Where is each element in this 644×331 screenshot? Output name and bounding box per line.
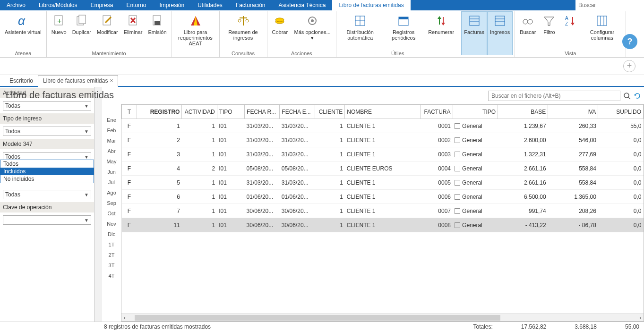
scroll-right-icon[interactable]: › [637, 314, 644, 321]
horizontal-scrollbar[interactable]: ‹ › [121, 314, 644, 321]
cell-t: F [122, 119, 137, 133]
dropdown-option[interactable]: No incluidos [0, 175, 94, 183]
col-actividad[interactable]: ACTIVIDAD [182, 105, 217, 119]
add-circle-button[interactable]: + [623, 60, 635, 72]
menu-facturacion[interactable]: Facturación [229, 0, 272, 10]
table-row[interactable]: F51I0131/03/20...31/03/20...1CLIENTE 100… [122, 176, 644, 190]
month-item[interactable]: 3T [109, 263, 115, 268]
month-item[interactable]: 4T [109, 273, 115, 279]
month-item[interactable]: 1T [109, 242, 115, 247]
cell-nom: CLIENTE 1 [345, 204, 420, 218]
month-item[interactable]: Abr [107, 148, 115, 154]
ribbon-columnas[interactable]: Configurar columnas [580, 11, 624, 50]
ribbon-asistente[interactable]: α Asistente virtual [2, 11, 44, 50]
top-search[interactable] [575, 0, 644, 10]
col-tipo[interactable]: TIPO [217, 105, 244, 119]
ribbon-renumerar[interactable]: Renumerar [425, 11, 457, 50]
checkbox-icon[interactable] [455, 222, 460, 228]
dropdown-option[interactable]: Todos [0, 160, 94, 168]
col-fechar[interactable]: FECHA R... [245, 105, 280, 119]
ribbon-buscar[interactable]: Buscar [517, 11, 539, 50]
month-item[interactable]: 2T [109, 252, 115, 258]
menu-entorno[interactable]: Entorno [120, 0, 153, 10]
menu-impresion[interactable]: Impresión [153, 0, 191, 10]
table-row[interactable]: F42I0105/08/20...05/08/20...1CLIENTE EUR… [122, 161, 644, 176]
file-search-input[interactable] [488, 91, 620, 101]
col-t[interactable]: T [122, 105, 137, 119]
col-registro[interactable]: REGISTRO [137, 105, 182, 119]
ribbon-modificar[interactable]: Modificar [94, 11, 121, 50]
ribbon-eliminar[interactable]: Eliminar [121, 11, 146, 50]
help-button[interactable]: ? [622, 34, 637, 49]
checkbox-icon[interactable] [455, 166, 460, 171]
filter-clave-select[interactable]: ▼ [3, 215, 91, 225]
tab-close-icon[interactable]: × [110, 77, 113, 84]
ribbon-libro-aeat[interactable]: Libro para requerimientos AEAT [174, 11, 217, 55]
month-item[interactable]: Nov [107, 221, 116, 227]
scroll-left-icon[interactable]: ‹ [121, 314, 128, 321]
month-item[interactable]: Ene [107, 117, 116, 123]
top-search-input[interactable] [575, 0, 644, 10]
ribbon-resumen[interactable]: Resumen de ingresos [222, 11, 265, 50]
menu-utilidades[interactable]: Utilidades [191, 0, 229, 10]
col-fechae[interactable]: FECHA E... [280, 105, 315, 119]
col-factura[interactable]: FACTURA [420, 105, 453, 119]
menu-archivo[interactable]: Archivo [0, 0, 32, 10]
checkbox-icon[interactable] [455, 194, 460, 200]
ribbon-nuevo[interactable]: +Nuevo [49, 11, 69, 50]
table-row[interactable]: F111I0130/06/20...30/06/20...1CLIENTE 10… [122, 218, 644, 232]
table-row[interactable]: F61I0101/06/20...01/06/20...1CLIENTE 100… [122, 190, 644, 204]
month-item[interactable]: Mar [107, 138, 116, 144]
cell-nom: CLIENTE 1 [345, 218, 420, 232]
ribbon-ingresos[interactable]: Ingresos [487, 11, 513, 55]
month-item[interactable]: Jun [107, 169, 116, 175]
ribbon-duplicar[interactable]: Duplicar [69, 11, 94, 50]
month-item[interactable]: Ago [107, 190, 116, 195]
checkbox-icon[interactable] [455, 137, 460, 143]
checkbox-icon[interactable] [455, 180, 460, 186]
dropdown-option[interactable]: Incluidos [0, 168, 94, 175]
cell-base: 2.661,16 [498, 161, 548, 176]
col-nombre[interactable]: NOMBRE [345, 105, 420, 119]
checkbox-icon[interactable] [455, 123, 460, 129]
table-row[interactable]: F11I0131/03/20...31/03/20...1CLIENTE 100… [122, 119, 644, 133]
checkbox-icon[interactable] [455, 208, 460, 214]
ribbon-sort[interactable]: AZ [559, 11, 580, 50]
refresh-icon[interactable] [634, 92, 641, 100]
menu-libros[interactable]: Libros/Módulos [32, 0, 84, 10]
menu-empresa[interactable]: Empresa [84, 0, 120, 10]
filter-tipo-select[interactable]: Todos▼ [3, 127, 91, 136]
table-row[interactable]: F71I0130/06/20...30/06/20...1CLIENTE 100… [122, 204, 644, 218]
search-icon[interactable] [623, 92, 631, 100]
ribbon-cobrar[interactable]: Cobrar [269, 11, 291, 50]
menu-libro-facturas[interactable]: Libro de facturas emitidas [332, 0, 410, 10]
ribbon-periodicos[interactable]: Registros periódicos [382, 11, 425, 50]
table-row[interactable]: F31I0131/03/20...31/03/20...1CLIENTE 100… [122, 147, 644, 161]
month-item[interactable]: Jul [108, 179, 115, 185]
month-item[interactable]: Oct [107, 211, 115, 216]
col-iva[interactable]: IVA [548, 105, 598, 119]
month-item[interactable]: Sep [107, 200, 116, 206]
menu-asistencia[interactable]: Asistencia Técnica [272, 0, 333, 10]
table-row[interactable]: F21I0131/03/20...31/03/20...1CLIENTE 100… [122, 133, 644, 147]
month-item[interactable]: Dic [108, 231, 115, 237]
cell-sup: 0,0 [598, 133, 644, 147]
checkbox-icon[interactable] [455, 152, 460, 157]
tab-escritorio[interactable]: Escritorio [5, 76, 38, 86]
col-base[interactable]: BASE [498, 105, 548, 119]
col-cliente[interactable]: CLIENTE [315, 105, 345, 119]
col-tipo2[interactable]: TIPO [453, 105, 498, 119]
ribbon-filtro[interactable]: Filtro [539, 11, 559, 50]
filter-unnamed-select[interactable]: Todas▼ [3, 190, 91, 199]
col-suplido[interactable]: SUPLIDO [598, 105, 644, 119]
ribbon-mas-opciones[interactable]: Más opciones... ▾ [291, 11, 334, 50]
scroll-thumb[interactable] [135, 315, 500, 321]
ribbon-facturas[interactable]: Facturas [461, 11, 487, 55]
month-item[interactable]: May [107, 159, 117, 164]
ribbon-emision[interactable]: Emisión [145, 11, 169, 50]
tab-libro-facturas[interactable]: Libro de facturas emitidas× [38, 75, 118, 87]
month-item[interactable]: Feb [107, 127, 116, 133]
ribbon-distribucion[interactable]: Distribución automática [338, 11, 382, 50]
cell-tipo: I01 [217, 218, 244, 232]
filter-scrollbar[interactable] [94, 87, 102, 322]
